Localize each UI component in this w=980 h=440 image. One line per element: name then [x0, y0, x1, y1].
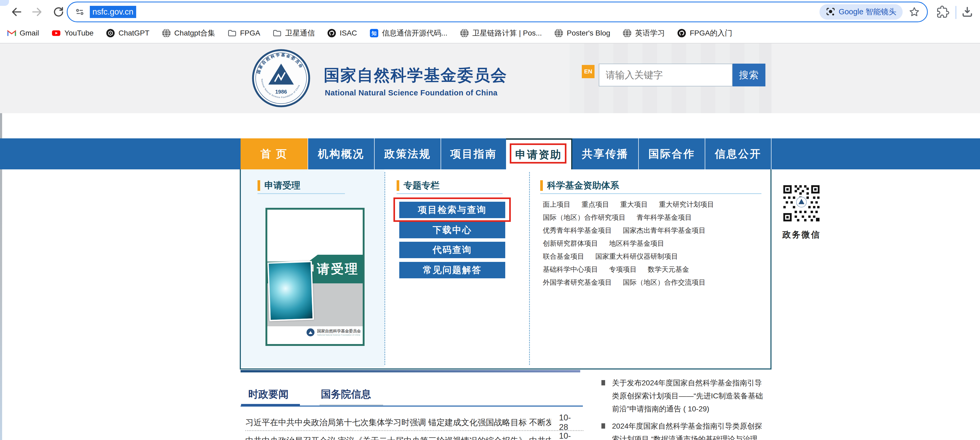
fund-row: 联合基金项目 国家重大科研仪器研制项目 [543, 251, 678, 261]
site-settings-icon[interactable] [75, 6, 85, 17]
news-item[interactable]: 习近平在中共中央政治局第十七次集体学习时强调 锚定建成文化强国战略目标 不断发展… [245, 417, 579, 428]
globe-icon [622, 29, 632, 38]
fund-link[interactable]: 专项项目 [609, 265, 636, 274]
active-tab-corner [0, 0, 9, 6]
nav-item-disclosure[interactable]: 信息公开 [705, 139, 772, 169]
fund-link[interactable]: 联合基金项目 [543, 252, 584, 261]
fund-link[interactable]: 重大项目 [620, 200, 648, 209]
toolbar-divider [955, 6, 956, 19]
fund-link[interactable]: 外国学者研究基金项目 [543, 278, 612, 287]
fund-link[interactable]: 国家杰出青年科学基金项目 [623, 226, 706, 235]
main-navigation: 首 页 机构概况 政策法规 项目指南 申请资助 共享传播 国际合作 信息公开 [0, 139, 980, 169]
nav-item-international[interactable]: 国际合作 [638, 139, 705, 169]
bookmark-posters-blog[interactable]: Poster's Blog [554, 29, 610, 38]
col2-heading: 专题专栏 [397, 179, 439, 191]
fund-row: 面上项目 重点项目 重大项目 重大研究计划项目 [543, 199, 714, 210]
gmail-icon [7, 29, 16, 38]
notice-item[interactable]: 2024年度国家自然科学基金指南引导类原创探索计划项目 “数据流通市场的基础理论… [612, 419, 764, 440]
bookmark-youtube[interactable]: YouTube [51, 29, 94, 38]
bookmark-star-icon[interactable] [908, 6, 920, 18]
bookmark-isac[interactable]: ISAC [327, 29, 357, 38]
application-booklet-image[interactable]: 申请受理 国家自然科学基金委员会 National Natural Scienc… [266, 208, 364, 346]
news-tab-current-affairs[interactable]: 时政要闻 [248, 387, 288, 401]
bookmark-chatgpt[interactable]: ChatGPT [106, 29, 150, 38]
notice-item[interactable]: 关于发布2024年度国家自然科学基金指南引导类原创探索计划项目——“先进IC制造… [612, 376, 764, 415]
zhihu-icon: 知 [369, 29, 379, 38]
fund-link[interactable]: 优秀青年科学基金项目 [543, 226, 612, 235]
bookmark-chatgpt-collection[interactable]: Chatgpt合集 [162, 28, 215, 38]
fund-row: 外国学者研究基金项目 国际（地区）合作交流项目 [543, 277, 706, 288]
youtube-icon [51, 29, 61, 38]
fund-link[interactable]: 重点项目 [582, 200, 609, 209]
refresh-button[interactable] [52, 5, 65, 19]
fund-link[interactable]: 地区科学基金项目 [609, 239, 664, 248]
bookmark-folder-fpga[interactable]: FPGA [228, 29, 260, 38]
nav-item-apply-funding[interactable]: 申请资助 [506, 139, 572, 169]
fund-row: 优秀青年科学基金项目 国家杰出青年科学基金项目 [543, 225, 706, 236]
fund-link[interactable]: 面上项目 [543, 200, 570, 209]
nav-item-guide[interactable]: 项目指南 [441, 139, 506, 169]
booklet-photo [267, 261, 314, 321]
news-date: 10-28 [551, 431, 579, 440]
button-download-center[interactable]: 下载中心 [399, 222, 505, 238]
orange-accent-bar [397, 180, 399, 191]
news-item[interactable]: 中共中央政治局召开会议 审议《关于二十届中央第三轮巡视情况的综合报告》 中共中央… [245, 435, 579, 440]
fund-link[interactable]: 国家重大科研仪器研制项目 [595, 252, 678, 261]
fund-link[interactable]: 基础科学中心项目 [543, 265, 598, 274]
extensions-icon[interactable] [936, 5, 950, 19]
address-bar[interactable]: nsfc.gov.cn Google 智能镜头 [67, 2, 928, 22]
site-subtitle: National Natural Science Foundation of C… [325, 89, 498, 97]
bookmark-folder-satcom[interactable]: 卫星通信 [272, 28, 315, 38]
qr-code [781, 183, 821, 223]
downloads-icon[interactable] [961, 5, 974, 19]
bookmark-gmail[interactable]: Gmail [7, 29, 39, 38]
news-date: 10-28 [551, 413, 579, 432]
fund-link[interactable]: 数学天元基金 [648, 265, 689, 274]
bookmark-zhihu-opensource[interactable]: 知 信息通信开源代码... [369, 28, 447, 38]
fund-link[interactable]: 重大研究计划项目 [659, 200, 714, 209]
site-search-input[interactable] [599, 64, 733, 86]
mega-menu-panel: 申请受理 申请受理 国家自然科学基金委员会 National Natural S… [240, 169, 772, 370]
news-title[interactable]: 习近平在中共中央政治局第十七次集体学习时强调 锚定建成文化强国战略目标 不断发展… [245, 417, 551, 428]
back-button[interactable] [10, 5, 23, 19]
orange-accent-bar [258, 180, 260, 191]
active-tab-underline [241, 404, 300, 407]
screen: nsfc.gov.cn Google 智能镜头 [0, 0, 980, 440]
nav-item-about[interactable]: 机构概况 [308, 139, 374, 169]
dotted-separator [245, 430, 583, 431]
fund-link[interactable]: 创新研究群体项目 [543, 239, 598, 248]
bookmark-english-study[interactable]: 英语学习 [622, 28, 665, 38]
fund-link[interactable]: 国际（地区）合作交流项目 [623, 278, 706, 287]
section-divider-bar [240, 370, 580, 372]
panel-separator [384, 172, 385, 365]
fund-row: 创新研究群体项目 地区科学基金项目 [543, 238, 664, 249]
english-version-button[interactable]: EN [582, 65, 595, 78]
lens-label: Google 智能镜头 [838, 6, 896, 17]
col3-underline [540, 193, 761, 194]
github-icon [677, 29, 686, 38]
button-project-search[interactable]: 项目检索与查询 [399, 202, 505, 218]
forward-button[interactable] [31, 5, 44, 19]
bookmark-satellite-link-calc[interactable]: 卫星链路计算 | Pos... [460, 28, 542, 38]
news-title[interactable]: 中共中央政治局召开会议 审议《关于二十届中央第三轮巡视情况的综合报告》 中共中央… [245, 435, 551, 440]
nav-item-policy[interactable]: 政策法规 [374, 139, 441, 169]
google-lens-button[interactable]: Google 智能镜头 [819, 4, 903, 20]
booklet-org-cn: 国家自然科学基金委员会 [317, 329, 361, 334]
bookmark-fpga-intro[interactable]: FPGA的入门 [677, 28, 732, 38]
col3-heading: 科学基金资助体系 [540, 179, 619, 191]
fund-link[interactable]: 国际（地区）合作研究项目 [543, 213, 625, 222]
nav-item-sharing[interactable]: 共享传播 [572, 139, 638, 169]
site-search-button[interactable]: 搜索 [733, 64, 765, 86]
button-code-query[interactable]: 代码查询 [399, 242, 505, 258]
url-text-selected[interactable]: nsfc.gov.cn [90, 6, 136, 18]
nav-item-home[interactable]: 首 页 [240, 139, 308, 169]
qr-caption: 政务微信 [781, 229, 821, 241]
button-faq[interactable]: 常见问题解答 [399, 262, 505, 278]
col2-underline [397, 193, 503, 194]
bookmarks-bar: Gmail YouTube ChatGPT Chatgpt合集 FPGA 卫星通… [7, 25, 732, 41]
news-tab-state-council[interactable]: 国务院信息 [321, 387, 371, 401]
fund-link[interactable]: 青年科学基金项目 [636, 213, 692, 222]
fund-row: 国际（地区）合作研究项目 青年科学基金项目 [543, 212, 692, 223]
seal-year: 1986 [275, 89, 287, 95]
globe-icon [162, 29, 171, 38]
